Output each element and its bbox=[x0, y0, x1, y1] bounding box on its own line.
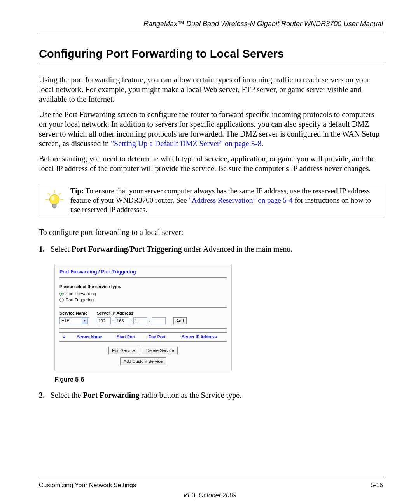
radio-icon bbox=[60, 298, 64, 302]
lightbulb-icon bbox=[43, 189, 66, 212]
svg-rect-7 bbox=[52, 204, 56, 207]
step-number: 2. bbox=[39, 390, 51, 400]
radio-port-triggering[interactable]: Port Triggering bbox=[60, 298, 227, 303]
tip-text: Tip: To ensure that your server computer… bbox=[70, 186, 379, 215]
svg-line-1 bbox=[48, 193, 50, 195]
page-header: RangeMax™ Dual Band Wireless-N Gigabit R… bbox=[39, 19, 383, 32]
ip-octet-3[interactable]: 1 bbox=[133, 317, 147, 324]
service-type-label: Please select the service type. bbox=[60, 284, 227, 290]
link-address-reservation[interactable]: "Address Reservation" on page 5-4 bbox=[189, 196, 293, 204]
section-heading: Configuring Port Forwarding to Local Ser… bbox=[39, 47, 383, 65]
router-panel: Port Forwarding / Port Triggering Please… bbox=[54, 265, 232, 371]
radio-label: Port Forwarding bbox=[66, 291, 96, 297]
radio-icon bbox=[60, 292, 64, 296]
delete-service-button[interactable]: Delete Service bbox=[143, 346, 178, 354]
paragraph-text: . bbox=[261, 139, 263, 148]
svg-point-6 bbox=[51, 196, 54, 201]
col-server-name: Server Name bbox=[69, 332, 110, 341]
svg-line-2 bbox=[59, 193, 61, 195]
step-text: Select the Port Forwarding radio button … bbox=[51, 390, 383, 400]
svg-rect-8 bbox=[53, 207, 56, 209]
dropdown-value: FTP bbox=[61, 318, 70, 324]
svg-point-5 bbox=[49, 195, 59, 205]
dot: . bbox=[112, 318, 114, 324]
ip-octet-1[interactable]: 192 bbox=[97, 317, 111, 324]
add-custom-service-button[interactable]: Add Custom Service bbox=[120, 357, 166, 365]
step-bold: Port Forwarding bbox=[83, 391, 139, 399]
link-dmz-server[interactable]: "Setting Up a Default DMZ Server" on pag… bbox=[111, 139, 261, 148]
service-name-dropdown[interactable]: FTP ▾ bbox=[60, 317, 89, 324]
radio-label: Port Triggering bbox=[66, 298, 94, 303]
step-number: 1. bbox=[39, 244, 51, 254]
paragraph: Using the port forwarding feature, you c… bbox=[39, 75, 383, 104]
figure: Port Forwarding / Port Triggering Please… bbox=[54, 265, 383, 371]
paragraph: To configure port forwarding to a local … bbox=[39, 228, 383, 237]
col-index: # bbox=[60, 332, 69, 341]
step-pre: Select the bbox=[51, 391, 83, 399]
add-button[interactable]: Add bbox=[173, 317, 187, 324]
edit-service-button[interactable]: Edit Service bbox=[108, 346, 138, 354]
footer-chapter: Customizing Your Network Settings bbox=[39, 481, 136, 489]
radio-port-forwarding[interactable]: Port Forwarding bbox=[60, 291, 227, 297]
ip-octet-4[interactable] bbox=[152, 317, 166, 324]
dot: . bbox=[130, 318, 132, 324]
paragraph: Use the Port Forwarding screen to config… bbox=[39, 110, 383, 149]
tip-box: Tip: To ensure that your server computer… bbox=[39, 184, 383, 217]
footer-version: v1.3, October 2009 bbox=[0, 492, 420, 499]
col-server-ip: Server IP Address bbox=[172, 332, 227, 341]
dot: . bbox=[149, 318, 150, 324]
col-end-port: End Port bbox=[142, 332, 172, 341]
ip-octet-2[interactable]: 168 bbox=[115, 317, 129, 324]
step-pre: Select bbox=[51, 245, 72, 253]
step-text: Select Port Forwarding/Port Triggering u… bbox=[51, 244, 383, 254]
paragraph: Before starting, you need to determine w… bbox=[39, 154, 383, 173]
col-start-port: Start Port bbox=[110, 332, 142, 341]
figure-caption: Figure 5-6 bbox=[54, 376, 383, 383]
panel-title: Port Forwarding / Port Triggering bbox=[60, 269, 227, 278]
footer-page: 5-16 bbox=[371, 481, 383, 489]
step-bold: Port Forwarding/Port Triggering bbox=[72, 245, 182, 253]
forwarding-table: # Server Name Start Port End Port Server… bbox=[60, 332, 227, 342]
step-post: radio button as the Service type. bbox=[139, 391, 242, 399]
step-post: under Advanced in the main menu. bbox=[182, 245, 293, 253]
tip-prefix: Tip: bbox=[70, 187, 84, 195]
service-name-label: Service Name bbox=[60, 311, 89, 316]
chevron-down-icon: ▾ bbox=[82, 318, 88, 324]
server-ip-label: Server IP Address bbox=[97, 311, 166, 316]
